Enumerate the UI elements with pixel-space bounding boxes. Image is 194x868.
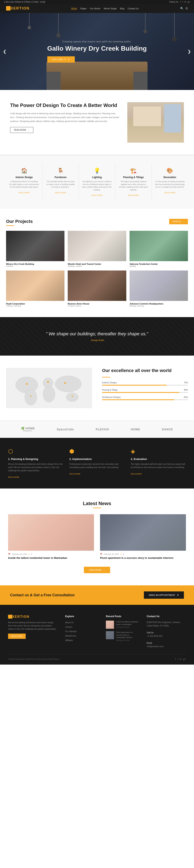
service-lighting-link[interactable]: READ MORE: [91, 194, 103, 196]
footer-contact-col: Contact Us EXERTION S/A, Kingstown, Joha…: [147, 615, 186, 648]
list-item[interactable]: About Us: [65, 621, 98, 624]
table-row[interactable]: Winery Dry Creek Building Creative: [6, 231, 65, 267]
footer-social-facebook[interactable]: f: [175, 658, 176, 660]
nav-our-works[interactable]: Our Works: [90, 7, 101, 10]
project-img-inner-2: [68, 231, 126, 261]
project-name-4: Hyatt Corporation: [6, 303, 65, 305]
news-meta-1: 📅 February 28, 2018 ● 5: [8, 553, 94, 555]
calendar-icon: 📅: [8, 553, 10, 555]
service2-implementation-link[interactable]: READ MORE: [69, 473, 80, 475]
list-item[interactable]: Affiliates: [65, 639, 98, 642]
partner-logo-1: 🌿 HOME ENERGY: [21, 427, 35, 432]
social-linkedin[interactable]: in: [185, 1, 186, 3]
footer-post-title-1[interactable]: Inside the tallest residential tower in …: [116, 621, 139, 626]
footer-social-links: f t in g+: [175, 658, 186, 660]
footer-link-about[interactable]: About Us: [65, 621, 74, 624]
implementation-icon: ⬢: [69, 448, 124, 455]
footer-link-affiliates[interactable]: Affiliates: [65, 639, 73, 642]
svg-point-7: [26, 383, 28, 385]
service-interior-link[interactable]: READ MORE: [18, 192, 30, 194]
footer-link-careers[interactable]: Careers: [65, 626, 73, 628]
partner-logo-2: SpaceCube: [57, 428, 74, 431]
nav-blog[interactable]: Blog: [120, 7, 124, 10]
partner-name-1: 🌿 HOME: [21, 427, 35, 430]
table-row[interactable]: Buenos Aires House Creative, Interior: [68, 271, 126, 307]
hero-table: [46, 62, 148, 90]
table-row[interactable]: Hyatt Corporation Creative, Planning: [6, 271, 65, 307]
main-nav: Home Pages Our Works Works Single Blog C…: [71, 7, 139, 10]
read-more-label: READ MORE: [14, 129, 26, 131]
table-row[interactable]: Johnson Controls Headquarters Building, …: [129, 271, 188, 307]
search-icon[interactable]: 🔍: [180, 7, 184, 10]
footer-read-more-button[interactable]: READ MORE: [8, 633, 26, 639]
project-cat-2: Building, Creative: [68, 265, 126, 267]
news-title-2: Plush apartment is a success story in su…: [100, 556, 186, 559]
footer-explore-title: Explore: [65, 615, 98, 618]
excellence-text: Our excellence all over the world Exteri…: [102, 368, 188, 403]
news-comments-1: 5: [31, 553, 32, 555]
service-flooring-link[interactable]: READ MORE: [128, 194, 139, 196]
svg-point-11: [30, 396, 32, 397]
social-twitter[interactable]: t: [182, 1, 183, 3]
nav-works-single[interactable]: Works Single: [104, 7, 117, 10]
footer-address-text: EXERTION S/A, Kingstown, Johanne United …: [147, 621, 186, 627]
footer-post-2: Plush apartment is a success story in su…: [106, 631, 139, 641]
list-item[interactable]: 📅 February 28, 2018 ● 5 Inside the talle…: [8, 514, 94, 561]
social-facebook[interactable]: f: [180, 1, 181, 3]
footer-social-twitter[interactable]: t: [178, 658, 178, 660]
logo-main: XERTION: [10, 6, 30, 10]
logo[interactable]: EXERTION: [6, 6, 30, 10]
list-item[interactable]: Media/Facts: [65, 634, 98, 637]
view-all-projects-button[interactable]: VIEW ALL →: [169, 219, 188, 224]
hero-prev-arrow[interactable]: ❮: [3, 49, 6, 54]
service2-planning-title: 1. Planning & Designing: [8, 458, 63, 461]
table-row[interactable]: Westin Hotel and Transit Center Building…: [68, 231, 126, 267]
project-img-inner-4: [6, 271, 65, 301]
header: EXERTION Home Pages Our Works Works Sing…: [0, 4, 194, 13]
project-image-5: [68, 271, 126, 301]
service-decoration: 🎨 Decoration It is the activity of makin…: [152, 163, 188, 200]
menu-icon[interactable]: ☰: [186, 7, 188, 10]
footer-link-media[interactable]: Media/Facts: [65, 635, 76, 637]
service2-evaluation-title: 3. Evaluation: [131, 458, 186, 461]
footer-logo-prefix: E: [8, 615, 12, 619]
footer-social-googleplus[interactable]: g+: [183, 658, 186, 660]
nav-contact[interactable]: Contact Us: [128, 7, 139, 10]
service2-evaluation-link[interactable]: READ MORE: [131, 473, 142, 475]
about-description: Craft design with the mind of delivering…: [10, 112, 119, 123]
about-image: [127, 102, 184, 143]
table-row[interactable]: Valencia Tenderloin Center Building: [129, 231, 188, 267]
view-more-news-button[interactable]: VIEW MORE →: [84, 567, 110, 573]
project-name-1: Winery Dry Creek Building: [6, 263, 65, 265]
social-googleplus[interactable]: g+: [188, 1, 190, 3]
footer-post-title-2[interactable]: Plush apartment is a success story in su…: [116, 631, 139, 639]
nav-icons: 🔍 ☰: [180, 7, 188, 10]
make-appointment-button[interactable]: MAKE AN APPOINTMENT ▼: [144, 591, 184, 599]
footer-social-linkedin[interactable]: in: [180, 658, 182, 660]
footer-recent-col: Recent Posts Inside the tallest resident…: [106, 615, 139, 648]
hero-explore-button[interactable]: EXPLORE IT ▼: [47, 56, 75, 63]
service2-planning-number: 1.: [8, 458, 10, 461]
progress-architecture-name: Architecture Designs: [102, 396, 121, 398]
project-cat-3: Building: [129, 265, 188, 267]
news-title-underline: [93, 507, 101, 508]
nav-home[interactable]: Home: [71, 7, 77, 10]
hero-next-arrow[interactable]: ❯: [188, 49, 191, 54]
about-read-more-button[interactable]: READ MORE →: [10, 127, 33, 133]
service-interior-title: Interior Design: [9, 176, 39, 179]
service2-planning: ⬡ 1. Planning & Designing We are the lea…: [8, 448, 63, 478]
list-item[interactable]: Careers: [65, 625, 98, 628]
calendar-icon-2: 📅: [100, 553, 102, 555]
news-comments-2: 8: [123, 553, 124, 555]
hero-subtitle: Creating spaces that inspire and uplift …: [47, 40, 147, 43]
footer-link-sitemap[interactable]: Our Sitemap: [65, 630, 77, 632]
nav-pages[interactable]: Pages: [80, 7, 86, 10]
list-item[interactable]: 📅 February 28, 2018 ● 8 Plush apartment …: [100, 514, 186, 561]
project-img-inner-3: [129, 231, 188, 261]
list-item[interactable]: Our Sitemap: [65, 629, 98, 633]
footer-post-text-2: Plush apartment is a success story in su…: [116, 631, 139, 641]
footer-post-date-2: February 28, 2018: [116, 640, 139, 641]
service-decoration-link[interactable]: READ MORE: [164, 192, 176, 194]
service-furniture-link[interactable]: READ MORE: [55, 192, 66, 194]
service2-planning-link[interactable]: READ MORE: [8, 476, 19, 478]
